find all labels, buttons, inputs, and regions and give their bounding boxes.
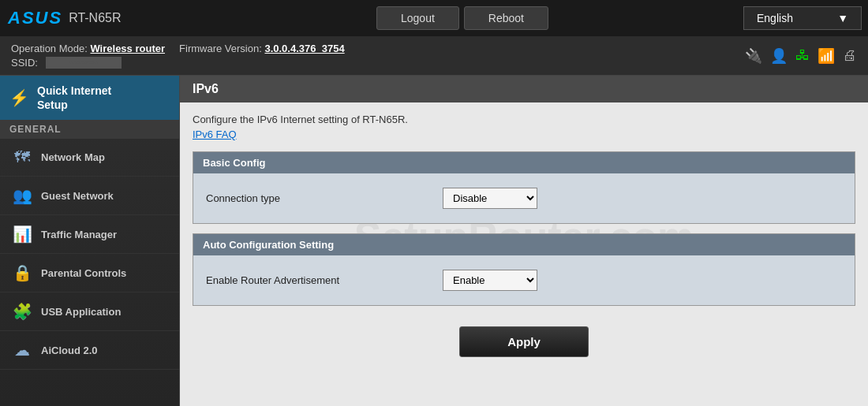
sidebar-item-aicloud-label: AiCloud 2.0 — [41, 345, 98, 356]
quick-setup-label: Quick Internet Setup — [37, 84, 111, 112]
sidebar-item-traffic-manager[interactable]: 📊 Traffic Manager — [0, 215, 179, 254]
ssid-row: SSID: •••••••• — [11, 57, 745, 69]
connection-type-control: Disable Native Tunnel 6to4 Other — [443, 188, 537, 209]
logo-area: ASUS RT-N65R — [0, 0, 181, 36]
basic-config-body: Connection type Disable Native Tunnel 6t… — [193, 173, 855, 223]
operation-mode-row: Operation Mode: Wireless router Firmware… — [11, 43, 745, 54]
chevron-down-icon: ▼ — [837, 12, 848, 24]
sidebar-item-parental-controls-label: Parental Controls — [41, 267, 126, 279]
apply-row: Apply — [193, 315, 855, 368]
main-layout: ⚡ Quick Internet Setup General 🗺 Network… — [0, 76, 868, 406]
sidebar-item-aicloud[interactable]: ☁ AiCloud 2.0 — [0, 331, 179, 370]
info-icons: 🔌 👤 🖧 📶 🖨 — [745, 47, 857, 65]
router-advertisement-control: Enable Disable — [443, 270, 537, 291]
logout-button[interactable]: Logout — [376, 6, 459, 30]
sidebar-item-usb-application[interactable]: 🧩 USB Application — [0, 292, 179, 331]
auto-config-body: Enable Router Advertisement Enable Disab… — [193, 255, 855, 305]
traffic-manager-icon: 📊 — [11, 225, 33, 244]
auto-config-section: Auto Configuration Setting Enable Router… — [193, 233, 855, 306]
auto-config-header: Auto Configuration Setting — [193, 234, 855, 255]
page-title: IPv6 — [180, 76, 868, 102]
wifi-icon: 📶 — [817, 47, 835, 65]
sidebar-item-usb-application-label: USB Application — [41, 306, 121, 318]
info-bar-left: Operation Mode: Wireless router Firmware… — [11, 43, 745, 69]
content-description: Configure the IPv6 Internet setting of R… — [193, 114, 855, 125]
sidebar-item-guest-network[interactable]: 👥 Guest Network — [0, 177, 179, 215]
sidebar: ⚡ Quick Internet Setup General 🗺 Network… — [0, 76, 180, 406]
basic-config-header: Basic Config — [193, 152, 855, 173]
top-nav: Logout Reboot — [181, 6, 743, 30]
ssid-value: •••••••• — [46, 57, 122, 69]
content-area: SetupRouter.com IPv6 Configure the IPv6 … — [180, 76, 868, 406]
operation-mode-label: Operation Mode: — [11, 43, 88, 54]
language-selector[interactable]: English ▼ — [743, 6, 862, 30]
connection-type-row: Connection type Disable Native Tunnel 6t… — [206, 183, 842, 214]
network-icon: 🖧 — [795, 47, 810, 64]
router-advertisement-row: Enable Router Advertisement Enable Disab… — [206, 265, 842, 296]
usb-application-icon: 🧩 — [11, 302, 33, 321]
firmware-label: Firmware Version: — [179, 43, 262, 54]
general-section-label: General — [0, 120, 179, 139]
content-body: Configure the IPv6 Internet setting of R… — [180, 102, 868, 379]
connection-type-label: Connection type — [206, 192, 443, 204]
sidebar-item-traffic-manager-label: Traffic Manager — [41, 229, 117, 240]
aicloud-icon: ☁ — [11, 341, 33, 359]
ipv6-faq-link[interactable]: IPv6 FAQ — [193, 129, 237, 140]
top-bar: ASUS RT-N65R Logout Reboot English ▼ — [0, 0, 868, 36]
apply-button[interactable]: Apply — [459, 326, 589, 357]
router-advertisement-label: Enable Router Advertisement — [206, 274, 443, 286]
brand-model: RT-N65R — [69, 11, 121, 25]
sidebar-item-guest-network-label: Guest Network — [41, 190, 114, 202]
guest-network-icon: 👥 — [11, 186, 33, 205]
content-inner: IPv6 Configure the IPv6 Internet setting… — [180, 76, 868, 379]
info-bar: Operation Mode: Wireless router Firmware… — [0, 36, 868, 76]
operation-mode-value[interactable]: Wireless router — [90, 43, 165, 54]
network-map-icon: 🗺 — [11, 148, 33, 166]
sidebar-item-network-map[interactable]: 🗺 Network Map — [0, 139, 179, 177]
users-icon: 👤 — [770, 47, 788, 65]
sidebar-item-parental-controls[interactable]: 🔒 Parental Controls — [0, 254, 179, 292]
brand-logo: ASUS — [8, 8, 62, 28]
quick-setup-icon: ⚡ — [9, 88, 29, 107]
firmware-value[interactable]: 3.0.0.4.376_3754 — [264, 43, 344, 54]
connection-type-select[interactable]: Disable Native Tunnel 6to4 Other — [443, 188, 537, 209]
router-advertisement-select[interactable]: Enable Disable — [443, 270, 537, 291]
ssid-label: SSID: — [11, 57, 38, 69]
sidebar-item-network-map-label: Network Map — [41, 151, 105, 163]
settings-icon: 🖨 — [843, 47, 857, 64]
reboot-button[interactable]: Reboot — [464, 6, 548, 30]
language-label: English — [757, 12, 793, 24]
usb-icon: 🔌 — [745, 47, 762, 65]
quick-internet-setup-item[interactable]: ⚡ Quick Internet Setup — [0, 76, 179, 120]
parental-controls-icon: 🔒 — [11, 263, 33, 282]
basic-config-section: Basic Config Connection type Disable Nat… — [193, 151, 855, 224]
